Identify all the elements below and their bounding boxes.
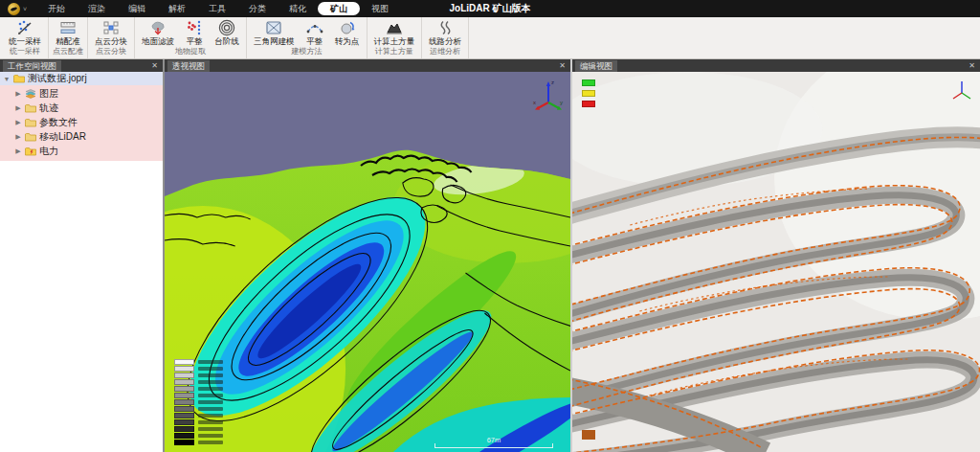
ribbon-group-label: 运维分析 (425, 46, 465, 58)
chevron-right-icon[interactable]: ▶ (14, 119, 22, 126)
bench-line-icon (217, 19, 236, 36)
fine-registration-button[interactable]: 精配准 (52, 18, 84, 46)
scale-bar: 67m (434, 437, 553, 449)
folder-icon (13, 74, 25, 83)
terrain-3d-render (165, 72, 570, 452)
tree-item-power[interactable]: ▶ 电力 (0, 144, 163, 158)
chevron-right-icon[interactable]: ▶ (14, 90, 22, 98)
main-area: 工作空间视图 ✕ ▼ 测试数据.joprj ▶ (0, 59, 980, 452)
uniform-sampling-icon (15, 19, 34, 36)
tin-modeling-button[interactable]: 三角网建模 (250, 18, 299, 46)
svg-text:z: z (551, 79, 554, 85)
menu-classify[interactable]: 分类 (237, 2, 278, 15)
ribbon-group-label: 地物提取 (138, 46, 243, 58)
flatten-button[interactable]: 平整 (178, 18, 211, 46)
ribbon-group-uniform-sampling: 统一采样 统一采样 (2, 17, 49, 58)
layers-icon (25, 89, 36, 99)
close-icon[interactable]: ✕ (149, 62, 160, 70)
ribbon-group-modeling: 三角网建模 平整 转为点 建模方法 (247, 17, 368, 58)
ribbon-toolbar: 统一采样 统一采样 精配准 点云配准 (0, 17, 980, 59)
axis-gizmo-2d[interactable] (949, 78, 974, 102)
viewport-3d: 透视视图 ✕ (165, 59, 572, 452)
tree-item-layers[interactable]: ▶ 图层 (0, 86, 163, 101)
tree-item-mobile-lidar[interactable]: ▶ 移动LiDAR (0, 129, 163, 144)
menu-start[interactable]: 开始 (36, 2, 77, 15)
corner-swatch (582, 430, 595, 440)
power-folder-icon (25, 147, 36, 156)
viewport-3d-canvas[interactable]: 67m z x y (165, 72, 570, 452)
to-points-icon (338, 19, 357, 36)
titlebar-caret-icon[interactable]: ˅ (23, 6, 27, 12)
smooth-icon (305, 19, 324, 36)
elevation-legend (174, 359, 223, 446)
class-legend (582, 79, 595, 107)
hillshade-2d-render (572, 72, 980, 452)
folder-icon (25, 132, 36, 142)
viewport-3d-title: 透视视图 (167, 60, 210, 72)
titlebar: ˅ 开始 渲染 编辑 解析 工具 分类 精化 矿山 视图 JoLiDAR 矿山版… (0, 0, 980, 17)
ribbon-group-analysis: 线路分析 运维分析 (422, 17, 469, 58)
tree-item-parameter-files[interactable]: ▶ 参数文件 (0, 115, 163, 129)
app-title: JoLiDAR 矿山版本 (450, 2, 531, 15)
smooth-button[interactable]: 平整 (299, 18, 331, 46)
ground-filter-button[interactable]: 地面滤波 (138, 18, 178, 46)
ribbon-group-tiling: 点云分块 点云分块 (88, 17, 135, 58)
chevron-right-icon[interactable]: ▶ (14, 147, 22, 155)
tree-root-project[interactable]: ▼ 测试数据.joprj (0, 72, 163, 85)
chevron-right-icon[interactable]: ▶ (14, 133, 22, 141)
viewport-2d-title: 编辑视图 (575, 60, 617, 72)
ribbon-group-label: 建模方法 (250, 46, 364, 58)
ribbon-group-label: 统一采样 (5, 46, 45, 58)
earthwork-button[interactable]: 计算土方量 (370, 18, 419, 46)
point-cloud-tiling-icon (101, 19, 121, 36)
to-points-button[interactable]: 转为点 (331, 18, 364, 46)
ribbon-group-label: 点云配准 (52, 46, 84, 58)
workspace-panel-title: 工作空间视图 (3, 60, 61, 72)
uniform-sampling-button[interactable]: 统一采样 (5, 18, 45, 46)
menu-tools[interactable]: 工具 (197, 2, 237, 15)
ribbon-group-label: 计算土方量 (370, 46, 419, 58)
legend-swatch-red (582, 101, 595, 107)
viewport-2d-header: 编辑视图 ✕ (572, 59, 980, 72)
svg-text:x: x (533, 100, 536, 105)
menu-analyze[interactable]: 解析 (157, 2, 197, 15)
legend-swatch-yellow (582, 90, 595, 97)
ground-filter-icon (148, 19, 167, 36)
axis-gizmo-3d[interactable]: z x y (532, 78, 565, 112)
tree-children-block: ▶ 图层 ▶ 轨迹 ▶ (0, 85, 163, 161)
flatten-icon (185, 19, 204, 36)
menu-view[interactable]: 视图 (360, 2, 400, 15)
svg-text:y: y (560, 100, 563, 105)
ribbon-group-earthwork: 计算土方量 计算土方量 (368, 17, 423, 58)
route-analysis-button[interactable]: 线路分析 (425, 18, 465, 46)
bench-line-button[interactable]: 台阶线 (211, 18, 243, 46)
viewport-2d: 编辑视图 ✕ (572, 59, 980, 452)
earthwork-icon (385, 19, 404, 36)
close-icon[interactable]: ✕ (967, 62, 977, 70)
menu-mine[interactable]: 矿山 (318, 2, 360, 15)
viewport-3d-header: 透视视图 ✕ (165, 59, 570, 72)
point-cloud-tiling-button[interactable]: 点云分块 (91, 18, 131, 46)
tree-item-trajectory[interactable]: ▶ 轨迹 (0, 101, 163, 115)
menu-refine[interactable]: 精化 (278, 2, 318, 15)
chevron-right-icon[interactable]: ▶ (14, 104, 22, 112)
menu-bar: 开始 渲染 编辑 解析 工具 分类 精化 矿山 视图 (36, 2, 400, 15)
scale-line (434, 443, 553, 448)
viewport-2d-canvas[interactable] (572, 72, 980, 452)
ribbon-group-label: 点云分块 (91, 46, 131, 58)
workspace-tree: ▼ 测试数据.joprj ▶ 图层 ▶ (0, 72, 163, 452)
close-icon[interactable]: ✕ (557, 62, 568, 70)
folder-icon (25, 118, 36, 127)
menu-render[interactable]: 渲染 (77, 2, 117, 15)
legend-swatch-green (582, 79, 595, 86)
workspace-panel: 工作空间视图 ✕ ▼ 测试数据.joprj ▶ (0, 59, 165, 452)
fine-registration-icon (58, 19, 78, 36)
folder-icon (25, 103, 36, 113)
ribbon-group-registration: 精配准 点云配准 (49, 17, 88, 58)
route-analysis-icon (435, 19, 455, 36)
tin-modeling-icon (264, 19, 283, 36)
app-logo-icon[interactable] (8, 3, 20, 15)
menu-edit[interactable]: 编辑 (117, 2, 157, 15)
chevron-down-icon[interactable]: ▼ (3, 76, 11, 82)
ribbon-group-feature-extraction: 地面滤波 平整 台阶线 地物提取 (135, 17, 247, 58)
